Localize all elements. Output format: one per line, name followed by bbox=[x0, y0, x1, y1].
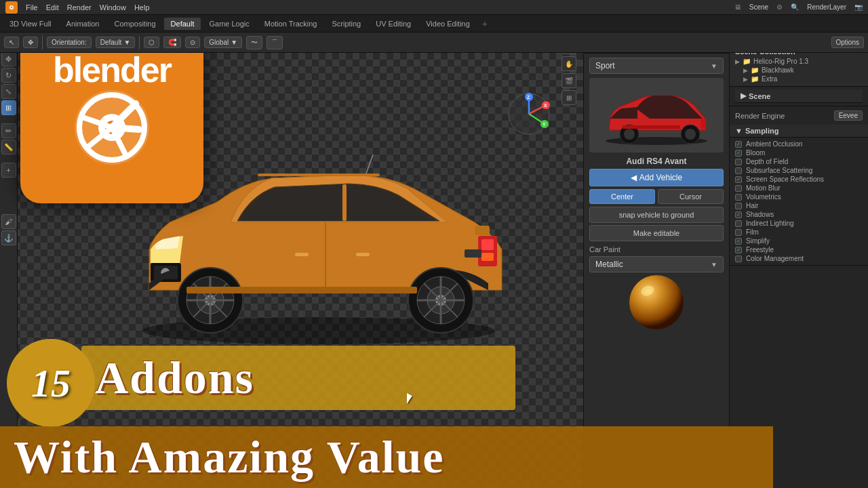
tool-scale[interactable]: ⤡ bbox=[1, 84, 16, 99]
add-workspace-button[interactable]: + bbox=[478, 18, 492, 29]
car-paint-section: Car Paint Metallic ▼ bbox=[589, 245, 724, 272]
sampling-header[interactable]: ▼ Sampling bbox=[730, 125, 868, 138]
hair-row[interactable]: Hair bbox=[735, 201, 863, 210]
header-icons[interactable]: 〜 bbox=[246, 36, 262, 49]
simplify-row[interactable]: Simplify bbox=[735, 237, 863, 245]
bloom-checkbox[interactable] bbox=[735, 150, 742, 157]
hair-checkbox[interactable] bbox=[735, 203, 742, 209]
tool-move[interactable]: ✥ bbox=[1, 52, 16, 66]
indirect-row[interactable]: Indirect Lighting bbox=[735, 219, 863, 228]
depth-of-field-checkbox[interactable] bbox=[735, 159, 742, 165]
ambient-occlusion-checkbox[interactable] bbox=[735, 141, 742, 148]
logo-icon bbox=[68, 83, 156, 174]
svg-line-34 bbox=[366, 155, 373, 174]
menu-file[interactable]: File bbox=[26, 3, 38, 12]
ssr-checkbox[interactable] bbox=[735, 176, 742, 183]
menu-help[interactable]: Help bbox=[134, 3, 150, 12]
amazing-value-banner: With Amazing Value bbox=[0, 426, 773, 488]
metallic-dropdown[interactable]: Metallic ▼ bbox=[589, 256, 724, 272]
depth-of-field-row[interactable]: Depth of Field bbox=[735, 157, 863, 166]
expand-icon-3: ▶ bbox=[743, 76, 748, 83]
tool-rotate[interactable]: ↻ bbox=[1, 68, 16, 83]
tool-add[interactable]: + bbox=[1, 163, 16, 178]
tab-animation[interactable]: Animation bbox=[60, 18, 106, 30]
tool-extra[interactable]: ⚓ bbox=[1, 230, 16, 245]
simplify-checkbox[interactable] bbox=[735, 238, 742, 245]
motion-blur-label: Motion Blur bbox=[746, 184, 781, 192]
tab-default[interactable]: Default bbox=[164, 18, 201, 30]
properties-panel: 🎬 📤 📑 🌐 🌍 📦 Scene Collection ▶ 📁 Helico-… bbox=[729, 33, 868, 488]
tab-compositing[interactable]: Compositing bbox=[107, 18, 162, 30]
top-menubar: File Edit Render Window Help 🖥 Scene ⚙ 🔍… bbox=[0, 0, 868, 15]
freestyle-checkbox[interactable] bbox=[735, 247, 742, 253]
camera-btn[interactable]: 🎬 bbox=[561, 73, 576, 88]
scene-item-blackhawk-label: Blackhawk bbox=[762, 66, 794, 74]
options-btn[interactable]: Options bbox=[831, 37, 864, 48]
color-management-row[interactable]: Color Management bbox=[735, 254, 863, 263]
tool-annotate[interactable]: ✏ bbox=[1, 123, 16, 138]
menu-window[interactable]: Window bbox=[100, 3, 126, 12]
proportional-btn[interactable]: ⊙ bbox=[185, 37, 200, 48]
cursor-button[interactable]: Cursor bbox=[658, 189, 724, 204]
freestyle-row[interactable]: Freestyle bbox=[735, 245, 863, 254]
tab-motion-tracking[interactable]: Motion Tracking bbox=[258, 18, 324, 30]
motion-blur-row[interactable]: Motion Blur bbox=[735, 184, 863, 192]
snap-to-ground-button[interactable]: snap vehicle to ground bbox=[589, 207, 724, 223]
car-category-dropdown[interactable]: Sport ▼ bbox=[589, 58, 724, 74]
bloom-row[interactable]: Bloom bbox=[735, 148, 863, 157]
tab-scripting[interactable]: Scripting bbox=[325, 18, 368, 30]
grid-btn[interactable]: ⊞ bbox=[561, 90, 576, 105]
subsurface-row[interactable]: Subsurface Scattering bbox=[735, 166, 863, 175]
orientation-dropdown[interactable]: Default ▼ bbox=[96, 37, 136, 48]
move-btn[interactable]: ✥ bbox=[23, 37, 38, 48]
svg-text:Y: Y bbox=[542, 122, 546, 127]
toolbar-row: ↖ ✥ Orientation: Default ▼ ⬡ 🧲 ⊙ Global … bbox=[0, 33, 868, 53]
scene-header-label: Scene bbox=[749, 92, 770, 100]
scene-item-blackhawk[interactable]: ▶ 📁 Blackhawk bbox=[735, 66, 863, 75]
shadows-checkbox[interactable] bbox=[735, 211, 742, 218]
film-label: Film bbox=[746, 228, 759, 236]
tab-3d-view[interactable]: 3D View Full bbox=[3, 18, 58, 30]
add-vehicle-arrow-icon: ◀ bbox=[631, 173, 637, 182]
pivot-btn[interactable]: ⬡ bbox=[144, 37, 159, 48]
tool-transform[interactable]: ⊞ bbox=[1, 100, 16, 115]
volumetrics-row[interactable]: Volumetrics bbox=[735, 192, 863, 201]
tab-game-logic[interactable]: Game Logic bbox=[202, 18, 256, 30]
indirect-checkbox[interactable] bbox=[735, 220, 742, 227]
motion-blur-checkbox[interactable] bbox=[735, 185, 742, 192]
scene-header[interactable]: ▶ Scene bbox=[735, 89, 863, 103]
make-editable-button[interactable]: Make editable bbox=[589, 225, 724, 241]
scene-item-extra[interactable]: ▶ 📁 Extra bbox=[735, 75, 863, 83]
svg-rect-4 bbox=[342, 184, 347, 221]
svg-rect-6 bbox=[295, 253, 309, 256]
tool-measure[interactable]: 📏 bbox=[1, 140, 16, 155]
film-row[interactable]: Film bbox=[735, 228, 863, 237]
film-checkbox[interactable] bbox=[735, 229, 742, 236]
select-mode-btn[interactable]: ↖ bbox=[4, 37, 19, 48]
add-vehicle-button[interactable]: ◀ Add Vehicle bbox=[589, 169, 724, 186]
center-button[interactable]: Center bbox=[589, 189, 655, 204]
menu-render[interactable]: Render bbox=[67, 3, 92, 12]
ambient-occlusion-row[interactable]: Ambient Occlusion bbox=[735, 140, 863, 148]
tool-sculpt[interactable]: 🖌 bbox=[1, 214, 16, 229]
menu-edit[interactable]: Edit bbox=[46, 3, 59, 12]
volumetrics-checkbox[interactable] bbox=[735, 194, 742, 201]
svg-point-52 bbox=[629, 275, 684, 329]
svg-rect-51 bbox=[701, 119, 706, 129]
ssr-row[interactable]: Screen Space Reflections bbox=[735, 175, 863, 184]
color-management-checkbox[interactable] bbox=[735, 256, 742, 262]
snap-btn[interactable]: 🧲 bbox=[163, 37, 181, 48]
transform-btn[interactable]: Global ▼ bbox=[204, 37, 242, 48]
hand-btn[interactable]: ✋ bbox=[561, 56, 576, 71]
indirect-label: Indirect Lighting bbox=[746, 220, 794, 227]
render-layer-label: RenderLayer bbox=[807, 3, 846, 11]
subsurface-checkbox[interactable] bbox=[735, 167, 742, 174]
tab-uv-editing[interactable]: UV Editing bbox=[369, 18, 418, 30]
scene-item-helico[interactable]: ▶ 📁 Helico-Rig Pro 1.3 bbox=[735, 57, 863, 66]
falloff-btn[interactable]: ⌒ bbox=[267, 36, 283, 49]
render-engine-value[interactable]: Eevee bbox=[834, 110, 863, 121]
viewport-gizmo[interactable]: Z X Y bbox=[505, 90, 553, 138]
tab-video-editing[interactable]: Video Editing bbox=[419, 18, 477, 30]
scene-tab-section: ▶ Scene bbox=[730, 87, 868, 106]
shadows-row[interactable]: Shadows bbox=[735, 210, 863, 219]
